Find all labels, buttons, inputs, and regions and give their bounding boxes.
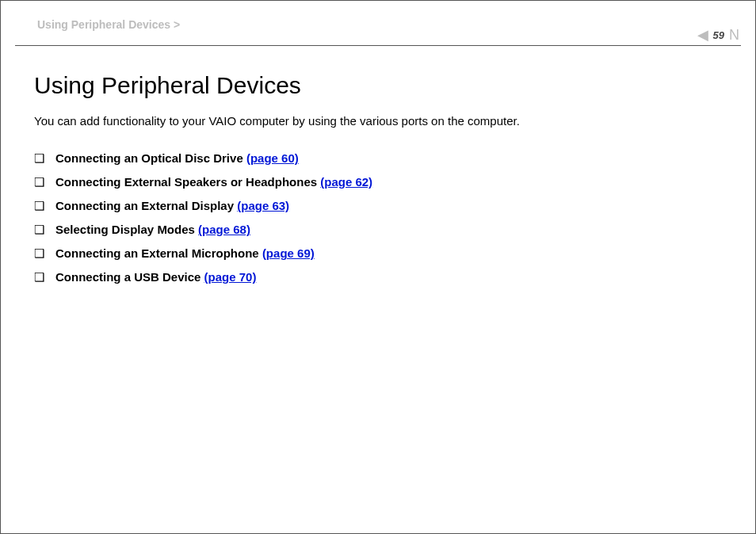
toc-item: ❑ Connecting an External Display (page 6…	[34, 199, 722, 213]
bullet-icon: ❑	[34, 199, 44, 213]
toc-item-label: Connecting an External Microphone	[55, 246, 259, 260]
toc-item: ❑ Connecting an External Microphone (pag…	[34, 246, 722, 261]
toc-page-link[interactable]: (page 62)	[320, 175, 372, 189]
toc-list: ❑ Connecting an Optical Disc Drive (page…	[34, 151, 722, 284]
page-number: 59	[713, 29, 724, 41]
toc-item-label: Connecting an Optical Disc Drive	[55, 151, 243, 165]
header-divider	[15, 45, 741, 46]
toc-item-label: Connecting an External Display	[55, 199, 234, 212]
bullet-icon: ❑	[34, 246, 44, 261]
bullet-icon: ❑	[34, 270, 44, 284]
intro-text: You can add functionality to your VAIO c…	[34, 113, 722, 129]
prev-page-arrow-icon[interactable]: ◀	[697, 28, 708, 42]
pager: ◀ 59 N	[697, 28, 739, 42]
toc-item-label: Connecting a USB Device	[55, 270, 200, 284]
toc-page-link[interactable]: (page 63)	[237, 199, 289, 212]
toc-page-link[interactable]: (page 68)	[198, 223, 250, 236]
bullet-icon: ❑	[34, 151, 44, 166]
breadcrumb-separator: >	[174, 18, 180, 31]
content-area: Using Peripheral Devices You can add fun…	[34, 72, 722, 294]
toc-page-link[interactable]: (page 69)	[262, 246, 315, 260]
bullet-icon: ❑	[34, 223, 44, 237]
toc-page-link[interactable]: (page 70)	[204, 270, 257, 284]
toc-item: ❑ Connecting External Speakers or Headph…	[34, 175, 722, 189]
breadcrumb-text: Using Peripheral Devices	[37, 18, 170, 31]
toc-item-label: Selecting Display Modes	[55, 223, 195, 236]
bullet-icon: ❑	[34, 175, 44, 189]
toc-page-link[interactable]: (page 60)	[246, 151, 299, 165]
header-bar: Using Peripheral Devices > ◀ 59 N	[1, 1, 755, 47]
document-page: Using Peripheral Devices > ◀ 59 N Using …	[0, 0, 756, 534]
toc-item: ❑ Connecting an Optical Disc Drive (page…	[34, 151, 722, 166]
toc-item-label: Connecting External Speakers or Headphon…	[55, 175, 317, 189]
toc-item: ❑ Selecting Display Modes (page 68)	[34, 223, 722, 237]
page-title: Using Peripheral Devices	[34, 72, 722, 99]
breadcrumb: Using Peripheral Devices >	[37, 18, 180, 31]
toc-item: ❑ Connecting a USB Device (page 70)	[34, 270, 722, 284]
next-page-arrow-icon[interactable]: N	[729, 28, 739, 42]
